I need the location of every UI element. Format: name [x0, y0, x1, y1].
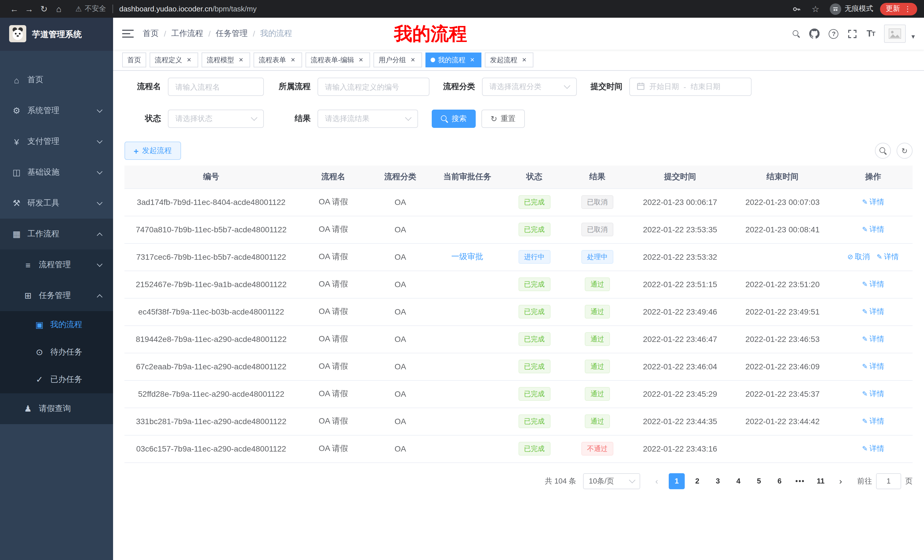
- close-icon[interactable]: ×: [520, 56, 528, 64]
- goto-page-input[interactable]: [876, 473, 901, 489]
- task-link[interactable]: 一级审批: [452, 252, 483, 261]
- page-button-5[interactable]: 5: [751, 473, 767, 489]
- detail-action[interactable]: ✎详情: [862, 225, 884, 234]
- page-button-3[interactable]: 3: [710, 473, 726, 489]
- search-button[interactable]: 搜索: [432, 109, 476, 128]
- submit-time-range-picker[interactable]: 开始日期 - 结束日期: [629, 78, 752, 96]
- security-indicator[interactable]: ⚠ 不安全: [75, 4, 106, 14]
- detail-action[interactable]: ✎详情: [862, 334, 884, 343]
- page-content: 流程名 所属流程 流程分类 请选择流程分类: [113, 71, 924, 560]
- sidebar-item-my-process[interactable]: ▣我的流程: [0, 311, 113, 338]
- status-select[interactable]: 请选择状态: [168, 109, 264, 128]
- sidebar-item-process-manage[interactable]: ≡流程管理: [0, 250, 113, 280]
- close-icon[interactable]: ×: [357, 56, 365, 64]
- detail-action[interactable]: ✎详情: [862, 307, 884, 316]
- tab-label: 首页: [128, 55, 141, 65]
- cell-end-time: 2022-01-22 23:49:51: [731, 298, 834, 325]
- update-label: 更新: [886, 4, 900, 14]
- forward-icon[interactable]: →: [22, 0, 36, 18]
- tab-start-process[interactable]: 发起流程×: [485, 52, 533, 67]
- breadcrumb-item[interactable]: 任务管理: [216, 28, 248, 39]
- next-page-button[interactable]: ›: [832, 473, 849, 489]
- detail-action[interactable]: ✎详情: [862, 389, 884, 398]
- help-icon[interactable]: ?: [829, 29, 838, 39]
- tab-user-group[interactable]: 用户分组×: [374, 52, 422, 67]
- tab-process-form[interactable]: 流程表单×: [254, 52, 302, 67]
- process-name-input[interactable]: [168, 78, 264, 96]
- page-button-2[interactable]: 2: [689, 473, 705, 489]
- breadcrumb-item[interactable]: 首页: [143, 28, 159, 39]
- key-icon[interactable]: [792, 4, 801, 13]
- column-header: 结束时间: [731, 166, 834, 189]
- back-icon[interactable]: ←: [7, 0, 22, 18]
- sidebar-toggle-icon[interactable]: [122, 29, 134, 38]
- cell-id: ec45f38f-7b9a-11ec-b03b-acde48001122: [124, 298, 298, 325]
- cell-task: [432, 216, 502, 243]
- fullscreen-icon[interactable]: [848, 29, 858, 39]
- close-icon[interactable]: ×: [185, 56, 193, 64]
- detail-action[interactable]: ✎详情: [877, 252, 899, 261]
- chevron-down-icon: [97, 107, 102, 113]
- detail-action[interactable]: ✎详情: [862, 198, 884, 206]
- cell-name: OA 请假: [298, 435, 369, 463]
- cell-result: 通过: [566, 353, 629, 380]
- tab-home[interactable]: 首页: [122, 52, 146, 67]
- create-process-button[interactable]: + 发起流程: [124, 142, 181, 160]
- more-pages-button[interactable]: •••: [792, 476, 808, 485]
- sidebar-item-task-manage[interactable]: ⊞任务管理: [0, 280, 113, 311]
- breadcrumb-item: 我的流程: [260, 28, 292, 39]
- reload-icon[interactable]: ↻: [36, 0, 51, 18]
- bookmark-star-icon[interactable]: ☆: [808, 0, 823, 18]
- page-button-6[interactable]: 6: [771, 473, 788, 489]
- category-select[interactable]: 请选择流程分类: [482, 78, 577, 96]
- caret-down-icon[interactable]: ▾: [911, 33, 915, 43]
- breadcrumb-item[interactable]: 工作流程: [171, 28, 203, 39]
- search-toggle-button[interactable]: [875, 143, 891, 159]
- font-size-icon[interactable]: TT: [867, 28, 875, 39]
- prev-page-button[interactable]: ‹: [649, 473, 665, 489]
- tab-process-form-edit[interactable]: 流程表单-编辑×: [306, 52, 370, 67]
- tab-my-process[interactable]: 我的流程×: [426, 52, 482, 67]
- breadcrumb-separator: /: [208, 29, 211, 38]
- sidebar-item-home[interactable]: ⌂首页: [0, 64, 113, 95]
- page-button-1[interactable]: 1: [669, 473, 685, 489]
- tab-process-model[interactable]: 流程模型×: [202, 52, 250, 67]
- close-icon[interactable]: ×: [468, 56, 476, 64]
- close-icon[interactable]: ×: [237, 56, 245, 64]
- page-button-11[interactable]: 11: [813, 473, 829, 489]
- column-header: 状态: [503, 166, 566, 189]
- table-refresh-button[interactable]: ↻: [897, 143, 913, 159]
- browser-update-button[interactable]: 更新 ⋮: [880, 3, 917, 15]
- avatar[interactable]: [884, 24, 906, 43]
- page-size-select[interactable]: 10条/页: [583, 473, 640, 489]
- tab-process-definition[interactable]: 流程定义×: [150, 52, 198, 67]
- sidebar-item-todo-task[interactable]: ⊙待办任务: [0, 338, 113, 366]
- cancel-action[interactable]: ⊘取消: [848, 252, 870, 261]
- page-button-4[interactable]: 4: [730, 473, 746, 489]
- detail-action[interactable]: ✎详情: [862, 280, 884, 288]
- address-bar[interactable]: dashboard.yudao.iocoder.cn/bpm/task/my: [119, 4, 256, 13]
- sidebar-item-system[interactable]: ⚙系统管理: [0, 95, 113, 126]
- sidebar-item-leave-query[interactable]: ♟请假查询: [0, 393, 113, 424]
- process-definition-input[interactable]: [318, 78, 429, 96]
- close-icon[interactable]: ×: [409, 56, 417, 64]
- app-title: 芋道管理系统: [32, 29, 82, 40]
- sidebar-item-label: 任务管理: [39, 290, 71, 301]
- detail-action[interactable]: ✎详情: [862, 362, 884, 370]
- more-vert-icon[interactable]: ⋮: [904, 5, 911, 13]
- home-icon[interactable]: ⌂: [51, 0, 66, 18]
- result-select[interactable]: 请选择流结果: [318, 109, 418, 128]
- detail-action[interactable]: ✎详情: [862, 417, 884, 425]
- sidebar-item-workflow[interactable]: ▦工作流程: [0, 219, 113, 250]
- sidebar-item-done-task[interactable]: ✓已办任务: [0, 366, 113, 393]
- reset-button[interactable]: ↻ 重置: [482, 109, 525, 128]
- table-row: 03c6c157-7b9a-11ec-a290-acde48001122OA 请…: [124, 435, 913, 463]
- sidebar-item-devtools[interactable]: ⚒研发工具: [0, 188, 113, 219]
- detail-action[interactable]: ✎详情: [862, 444, 884, 453]
- close-icon[interactable]: ×: [289, 56, 297, 64]
- sidebar-item-infrastructure[interactable]: ◫基础设施: [0, 157, 113, 188]
- sidebar-item-payment[interactable]: ¥支付管理: [0, 126, 113, 157]
- search-icon[interactable]: [793, 30, 800, 37]
- cell-submit-time: 2022-01-22 23:46:47: [629, 325, 731, 353]
- github-icon[interactable]: [810, 28, 820, 39]
